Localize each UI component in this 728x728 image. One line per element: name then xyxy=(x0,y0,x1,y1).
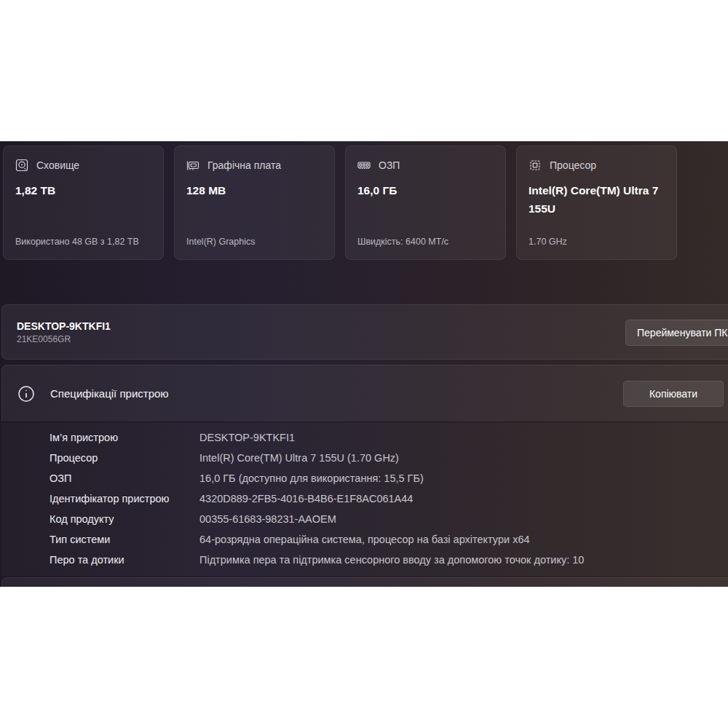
cpu-card-label: Процесор xyxy=(550,159,596,171)
spec-label: Процесор xyxy=(50,452,199,464)
settings-about-page: Сховище 1,82 TB Використано 48 GB з 1,82… xyxy=(0,141,728,587)
spec-row-ram: ОЗП 16,0 ГБ (доступно для використання: … xyxy=(50,468,728,488)
ram-card-value: 16,0 ГБ xyxy=(357,181,496,199)
spec-label: Ім’я пристрою xyxy=(50,432,199,443)
device-name-panel: DESKTOP-9KTKFI1 21KE0056GR Перейменувати… xyxy=(1,304,728,360)
spec-row-product-id: Код продукту 00355-61683-98231-AAOEM xyxy=(50,509,728,529)
gpu-card-value: 128 MB xyxy=(186,181,325,199)
gpu-card: Графічна плата 128 MB Intel(R) Graphics xyxy=(174,146,335,260)
gpu-card-label: Графічна плата xyxy=(207,159,281,171)
spec-label: ОЗП xyxy=(50,472,199,484)
spec-row-pen-touch: Перо та дотики Підтримка пера та підтрим… xyxy=(50,550,728,570)
cpu-icon xyxy=(529,159,542,172)
ram-card-label: ОЗП xyxy=(379,159,400,171)
cpu-card-detail: 1.70 GHz xyxy=(529,237,567,247)
copy-specs-button[interactable]: Копіювати xyxy=(623,381,724,407)
spec-value: DESKTOP-9KTKFI1 xyxy=(199,432,295,443)
ram-icon xyxy=(357,159,371,172)
spec-row-processor: Процесор Intel(R) Core(TM) Ultra 7 155U … xyxy=(50,448,728,468)
storage-card-label: Сховище xyxy=(36,159,79,171)
next-section-card-top[interactable] xyxy=(1,577,728,587)
device-serial: 21KE0056GR xyxy=(17,333,111,345)
cpu-card-header: Процесор xyxy=(529,159,665,172)
info-icon xyxy=(17,385,35,403)
spec-label: Ідентифікатор пристрою xyxy=(50,493,199,505)
ram-card: ОЗП 16,0 ГБ Швидкість: 6400 МТ/с xyxy=(345,146,506,260)
spec-row-device-id: Ідентифікатор пристрою 4320D889-2FB5-401… xyxy=(50,488,728,509)
spec-value: Підтримка пера та підтримка сенсорного в… xyxy=(199,554,584,566)
gpu-card-header: Графічна плата xyxy=(186,159,323,172)
spec-value: 00355-61683-98231-AAOEM xyxy=(199,513,336,525)
stat-cards: Сховище 1,82 TB Використано 48 GB з 1,82… xyxy=(3,146,677,260)
device-specs-expander[interactable]: Специфікації пристрою Копіювати xyxy=(1,365,728,422)
spec-value: Intel(R) Core(TM) Ultra 7 155U (1.70 GHz… xyxy=(199,452,399,464)
spec-label: Перо та дотики xyxy=(50,554,199,566)
spec-label: Код продукту xyxy=(50,513,199,525)
gpu-icon xyxy=(186,159,199,172)
device-specs-table: Ім’я пристрою DESKTOP-9KTKFI1 Процесор I… xyxy=(1,422,728,576)
storage-card-header: Сховище xyxy=(15,159,151,172)
storage-icon xyxy=(15,159,28,172)
spec-value: 4320D889-2FB5-4016-B4B6-E1F8AC061A44 xyxy=(199,493,413,505)
rename-pc-button[interactable]: Перейменувати ПК xyxy=(625,320,728,346)
spec-label: Тип системи xyxy=(50,534,199,545)
cpu-card: Процесор Intel(R) Core(TM) Ultra 7 155U … xyxy=(516,146,677,260)
spec-row-system-type: Тип системи 64-розрядна операційна систе… xyxy=(50,529,728,550)
device-names: DESKTOP-9KTKFI1 21KE0056GR xyxy=(17,320,111,345)
gpu-card-detail: Intel(R) Graphics xyxy=(186,237,255,247)
device-name: DESKTOP-9KTKFI1 xyxy=(17,320,111,333)
ram-card-detail: Швидкість: 6400 МТ/с xyxy=(357,237,448,247)
ram-card-header: ОЗП xyxy=(357,159,494,172)
storage-card-value: 1,82 TB xyxy=(15,181,154,199)
cpu-card-value: Intel(R) Core(TM) Ultra 7 155U xyxy=(529,181,667,218)
spec-value: 16,0 ГБ (доступно для використання: 15,5… xyxy=(199,472,424,484)
spec-value: 64-розрядна операційна система, процесор… xyxy=(199,534,530,545)
spec-row-device-name: Ім’я пристрою DESKTOP-9KTKFI1 xyxy=(50,427,728,448)
storage-card-detail: Використано 48 GB з 1,82 TB xyxy=(15,237,139,247)
device-specs-title: Специфікації пристрою xyxy=(50,387,169,400)
storage-card: Сховище 1,82 TB Використано 48 GB з 1,82… xyxy=(3,146,164,260)
